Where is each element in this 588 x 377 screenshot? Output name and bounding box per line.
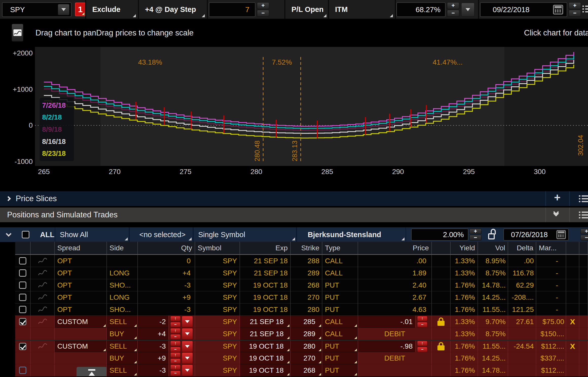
model-date-input[interactable]: 07/26/2018 [503,229,569,241]
row-checkbox[interactable] [19,306,26,313]
cell-qty[interactable]: +9 [138,352,169,364]
itm-mode-button[interactable]: ITM [329,0,394,19]
up-icon[interactable]: ↑ [170,365,180,370]
column-header-type[interactable]: Type [322,242,358,254]
rate-stepper[interactable]: + − [469,229,482,240]
cell-type[interactable]: PUT [322,341,358,352]
cell-exp[interactable]: 19 OCT 18 [240,364,291,376]
minus-icon[interactable]: − [417,347,427,352]
group-dropdown[interactable]: <no selected> [129,227,193,242]
qty-dropdown-button[interactable] [182,365,193,376]
cell-lock[interactable] [432,341,451,352]
select-all-checkbox[interactable] [22,231,29,238]
cell-type[interactable]: PUT [322,364,358,376]
up-icon[interactable]: ↑ [170,341,180,346]
up-icon[interactable]: ↑ [170,328,180,333]
price-stepper[interactable]: ↑− [417,316,427,327]
cell-strike[interactable]: 289 [291,328,322,340]
unlock-icon[interactable] [488,229,496,240]
plus-icon[interactable]: + [569,2,581,9]
cell-price[interactable]: -.01 [358,316,416,328]
column-header-delta[interactable]: Delta [508,242,536,254]
column-header-blank[interactable] [15,242,31,254]
plus-icon[interactable]: + [580,229,588,234]
column-header-blank[interactable] [566,242,579,254]
rate-input[interactable]: 2.00% [411,229,468,241]
column-header-blank[interactable] [31,242,55,254]
pl-chart[interactable]: 280.48283.1343.18%7.52%41.47%...302.04 [35,47,588,166]
minus-icon[interactable]: − [170,359,180,364]
minus-icon[interactable]: − [170,371,180,376]
lock-icon[interactable] [437,342,445,351]
add-price-slice-button[interactable]: + [554,191,561,204]
cell-side[interactable]: SELL [107,316,138,328]
pl-mode-button[interactable]: P/L Open [285,0,327,19]
cell-exp[interactable]: 19 OCT 18 [240,352,291,364]
column-header-vol[interactable]: Vol [478,242,508,254]
up-icon[interactable]: ↑ [417,341,427,346]
probability-input[interactable]: 68.27% [396,2,446,17]
scroll-to-top-button[interactable] [77,367,107,376]
day-step-button[interactable]: +4 @ Day Step [139,0,206,19]
toolbar-menu-icon[interactable] [582,6,588,12]
cell-side[interactable]: BUY [107,328,138,340]
alert-badge[interactable]: 1 [75,3,86,16]
row-checkbox[interactable] [19,257,26,265]
lock-icon[interactable] [437,317,445,326]
cell-close[interactable]: X [566,341,579,352]
close-icon[interactable]: X [570,317,575,326]
column-header-price[interactable]: Price [358,242,432,254]
column-header-spread[interactable]: Spread [55,242,107,254]
price-stepper[interactable]: ↑− [417,341,427,352]
qty-stepper[interactable]: ↑− [170,328,180,340]
show-all-dropdown[interactable]: Show All [55,227,129,242]
minus-icon[interactable]: − [469,235,482,240]
column-header-side[interactable]: Side [107,242,138,254]
minus-icon[interactable]: − [569,10,581,17]
minus-icon[interactable]: − [447,10,459,17]
exclude-button[interactable]: Exclude [86,0,137,19]
up-icon[interactable]: ↑ [417,316,427,321]
symbol-mode-dropdown[interactable]: Single Symbol [193,227,297,242]
row-checkbox[interactable] [19,343,26,350]
cell-side[interactable]: SELL [107,364,138,376]
cell-strike[interactable]: 270 [291,352,322,364]
model-date-stepper[interactable]: + − [580,229,588,240]
qty-stepper[interactable]: ↑− [170,352,180,364]
plus-icon[interactable]: + [469,229,482,234]
chevron-down-icon[interactable] [6,231,12,237]
price-slices-menu-icon[interactable] [579,195,588,202]
cell-type[interactable]: CALL [322,328,358,340]
minus-icon[interactable]: − [417,322,427,327]
cell-qty[interactable]: -3 [138,364,169,376]
cell-price[interactable]: -.98 [358,341,416,352]
minus-icon[interactable]: − [170,334,180,340]
column-header-yield[interactable]: Yield [451,242,478,254]
collapse-button[interactable] [554,210,558,216]
plus-icon[interactable]: + [447,2,459,9]
row-checkbox[interactable] [19,281,26,289]
qty-dropdown-button[interactable] [182,316,193,327]
minus-icon[interactable]: − [170,347,180,352]
cell-spread[interactable]: CUSTOM [55,341,107,352]
row-checkbox[interactable] [19,367,26,374]
probability-dropdown-button[interactable] [461,3,474,16]
pricing-model-dropdown[interactable]: Bjerksund-Stensland [297,227,406,242]
cell-side[interactable]: SELL [107,341,138,352]
date-stepper[interactable]: + − [569,2,581,17]
close-icon[interactable]: X [570,342,575,351]
column-header-exp[interactable]: Exp [240,242,291,254]
days-stepper[interactable]: + − [257,2,269,17]
plus-icon[interactable]: + [257,2,269,9]
column-header-strike[interactable]: Strike [291,242,322,254]
symbol-dropdown-button[interactable] [58,4,69,15]
minus-icon[interactable]: − [580,235,588,240]
positions-bar[interactable]: Positions and Simulated Trades [0,208,588,222]
row-checkbox[interactable] [19,269,26,277]
cell-exp[interactable]: 21 SEP 18 [240,316,291,328]
chart-style-button[interactable] [12,24,23,42]
minus-icon[interactable]: − [170,322,180,327]
cell-type[interactable]: PUT [322,352,358,364]
qty-dropdown-button[interactable] [182,341,193,352]
cell-strike[interactable]: 280 [291,341,322,352]
